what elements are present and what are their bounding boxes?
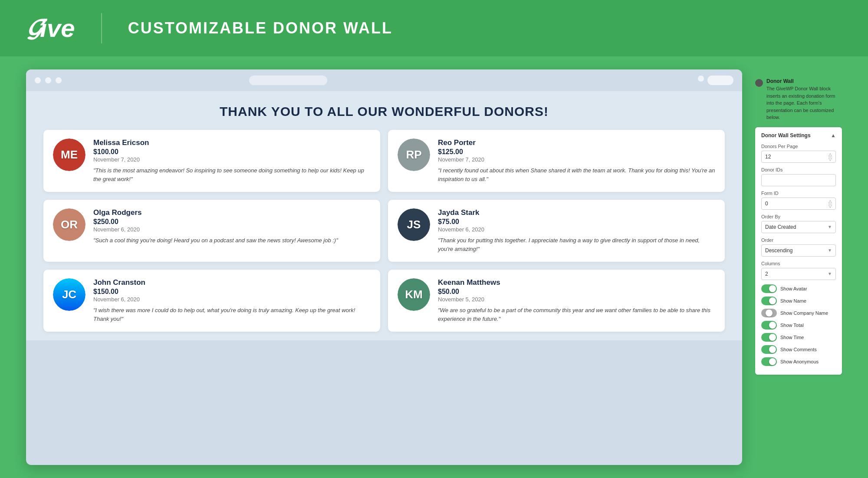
toggle-switch[interactable] — [761, 284, 777, 293]
toggle-label: Show Name — [780, 298, 806, 303]
donor-info: Jayda Stark $75.00 November 6, 2020 "Tha… — [438, 208, 715, 253]
toggle-row: Show Total — [761, 321, 836, 330]
donor-comment: "This is the most amazing endeavor! So i… — [93, 166, 371, 183]
order-value: Descending — [765, 247, 792, 254]
toggle-switch[interactable] — [761, 309, 777, 317]
donor-date: November 7, 2020 — [93, 156, 371, 163]
donor-info: Olga Rodgers $250.00 November 6, 2020 "S… — [93, 208, 371, 245]
order-by-select[interactable]: Date Created ▼ — [761, 221, 836, 233]
donor-avatar: KM — [398, 278, 430, 311]
donor-comment: "I recently found out about this when Sh… — [438, 166, 715, 183]
toggle-switch[interactable] — [761, 333, 777, 342]
header-title: CUSTOMIZABLE DONOR WALL — [128, 19, 393, 37]
order-label: Order — [761, 237, 836, 243]
donor-wall-title: THANK YOU TO ALL OUR WONDERFUL DONORS! — [43, 104, 725, 119]
donor-card: JC John Cranston $150.00 November 6, 202… — [43, 270, 380, 332]
toggle-row: Show Time — [761, 333, 836, 342]
toggle-row: Show Name — [761, 297, 836, 305]
block-desc: The GiveWP Donor Wall block inserts an e… — [766, 85, 842, 121]
columns-chevron-icon: ▼ — [828, 271, 832, 276]
columns-label: Columns — [761, 261, 836, 266]
donor-date: November 7, 2020 — [438, 156, 715, 163]
browser-dot-3 — [56, 77, 62, 83]
donor-date: November 6, 2020 — [93, 226, 371, 233]
browser-btn-1 — [698, 76, 704, 82]
donor-date: November 6, 2020 — [438, 226, 715, 233]
columns-group: Columns 2 ▼ — [761, 261, 836, 280]
donor-ids-label: Donor IDs — [761, 167, 836, 172]
settings-header[interactable]: Donor Wall Settings ▲ — [761, 132, 836, 138]
donor-amount: $75.00 — [438, 218, 715, 226]
donors-per-page-group: Donors Per Page 12 △▽ — [761, 144, 836, 163]
donor-name: Reo Porter — [438, 138, 715, 147]
donor-avatar: RP — [398, 138, 430, 171]
order-by-group: Order By Date Created ▼ — [761, 214, 836, 233]
donor-card: ME Melissa Ericson $100.00 November 7, 2… — [43, 130, 380, 192]
columns-select[interactable]: 2 ▼ — [761, 268, 836, 280]
browser-bar — [26, 69, 742, 91]
toggle-label: Show Comments — [780, 347, 817, 352]
form-id-spinner-icon: △▽ — [829, 199, 832, 208]
toggle-switch[interactable] — [761, 321, 777, 330]
donor-info: Reo Porter $125.00 November 7, 2020 "I r… — [438, 138, 715, 183]
form-id-group: Form ID 0 △▽ — [761, 191, 836, 210]
toggle-label: Show Avatar — [780, 286, 807, 291]
toggle-row: Show Company Name — [761, 309, 836, 317]
donor-comment: "Thank you for putting this together. I … — [438, 236, 715, 253]
browser-btn-wide — [707, 76, 733, 85]
settings-header-text: Donor Wall Settings — [761, 132, 811, 138]
toggle-label: Show Company Name — [780, 310, 828, 316]
block-dot — [755, 79, 763, 87]
donor-info: Keenan Matthews $50.00 November 5, 2020 … — [438, 278, 715, 323]
toggle-knob — [766, 310, 773, 316]
header-divider — [101, 13, 102, 43]
input-spinner-icon: △▽ — [829, 152, 832, 162]
donor-name: Melissa Ericson — [93, 138, 371, 147]
donor-card: KM Keenan Matthews $50.00 November 5, 20… — [388, 270, 725, 332]
order-select[interactable]: Descending ▼ — [761, 244, 836, 257]
donor-card: RP Reo Porter $125.00 November 7, 2020 "… — [388, 130, 725, 192]
donor-comment: "We are so grateful to be a part of the … — [438, 306, 715, 323]
form-id-label: Form ID — [761, 191, 836, 196]
form-id-input[interactable]: 0 △▽ — [761, 198, 836, 210]
form-id-value: 0 — [765, 201, 768, 207]
toggle-knob — [769, 322, 776, 329]
browser-dot-2 — [45, 77, 51, 83]
order-by-label: Order By — [761, 214, 836, 219]
sidebar-panel: Donor Wall The GiveWP Donor Wall block i… — [755, 69, 842, 465]
toggle-switch[interactable] — [761, 297, 777, 305]
donor-amount: $50.00 — [438, 288, 715, 296]
donor-ids-input[interactable] — [761, 174, 836, 186]
toggle-row: Show Anonymous — [761, 357, 836, 366]
toggle-switch[interactable] — [761, 345, 777, 354]
browser-dot-1 — [35, 77, 41, 83]
donor-amount: $100.00 — [93, 148, 371, 156]
order-chevron-icon: ▼ — [828, 248, 832, 253]
toggle-switch[interactable] — [761, 357, 777, 366]
donor-amount: $125.00 — [438, 148, 715, 156]
toggle-row: Show Avatar — [761, 284, 836, 293]
order-by-value: Date Created — [765, 224, 796, 230]
toggle-knob — [769, 297, 776, 304]
donor-avatar: JC — [53, 278, 85, 311]
donors-per-page-label: Donors Per Page — [761, 144, 836, 149]
donors-per-page-input[interactable]: 12 △▽ — [761, 151, 836, 163]
browser-content: THANK YOU TO ALL OUR WONDERFUL DONORS! M… — [26, 91, 742, 340]
donor-name: Jayda Stark — [438, 208, 715, 217]
donor-card: JS Jayda Stark $75.00 November 6, 2020 "… — [388, 200, 725, 262]
donor-name: John Cranston — [93, 278, 371, 287]
toggle-label: Show Total — [780, 323, 804, 328]
donor-amount: $250.00 — [93, 218, 371, 226]
main-content: THANK YOU TO ALL OUR WONDERFUL DONORS! M… — [0, 56, 868, 478]
donor-date: November 5, 2020 — [438, 296, 715, 303]
logo: 𝓖ive — [26, 13, 75, 43]
logo-area: 𝓖ive — [26, 13, 75, 43]
donor-avatar: JS — [398, 208, 430, 241]
block-description-area: Donor Wall The GiveWP Donor Wall block i… — [766, 78, 842, 121]
donors-grid: ME Melissa Ericson $100.00 November 7, 2… — [43, 130, 725, 332]
browser-right-controls — [698, 76, 733, 85]
donor-card: OR Olga Rodgers $250.00 November 6, 2020… — [43, 200, 380, 262]
settings-section: Donor Wall Settings ▲ Donors Per Page 12… — [755, 127, 842, 375]
donor-date: November 6, 2020 — [93, 296, 371, 303]
browser-url-bar[interactable] — [249, 76, 327, 85]
